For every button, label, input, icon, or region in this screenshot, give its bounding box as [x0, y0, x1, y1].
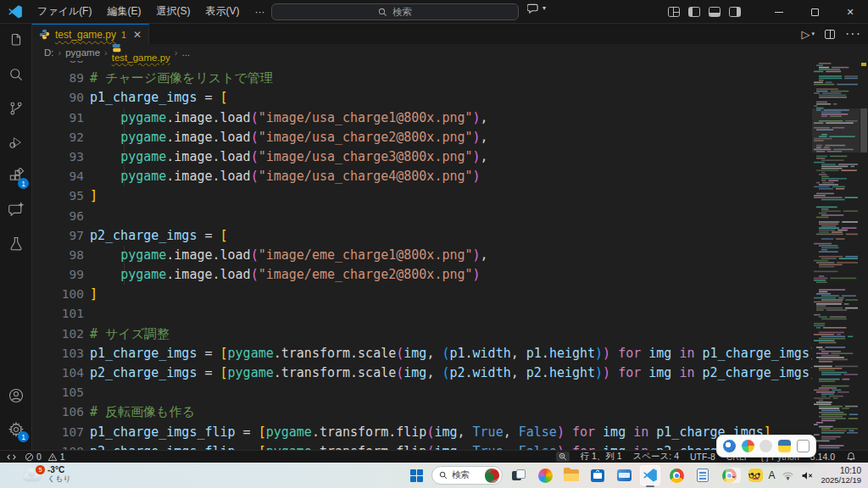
menu-item-2[interactable]: 選択(S): [148, 0, 198, 23]
flyout-icon-python[interactable]: [778, 440, 791, 452]
minimap-slider[interactable]: [812, 108, 860, 152]
taskbar-app-mail[interactable]: [614, 465, 634, 485]
taskbar-app-microsoft-store[interactable]: [587, 465, 608, 485]
tray-glasses-icon[interactable]: [748, 471, 760, 480]
code-line-105[interactable]: 105: [32, 383, 812, 402]
maximize-button[interactable]: [797, 0, 832, 24]
token: (: [251, 267, 259, 282]
taskbar-app-task-view[interactable]: [509, 465, 529, 485]
flyout-icon-pen-device[interactable]: [797, 440, 810, 452]
close-button[interactable]: ✕: [832, 0, 868, 24]
indentation[interactable]: スペース: 4: [633, 451, 679, 463]
volume-muted-icon[interactable]: [801, 471, 813, 480]
code-line-104[interactable]: 104p2_charge_imgs = [pygame.transform.sc…: [32, 363, 812, 383]
code-line-88[interactable]: 88: [32, 61, 812, 69]
search-view-icon[interactable]: [0, 58, 32, 92]
code-line-99[interactable]: 99 pygame.image.load("image/eme_charge2@…: [32, 265, 812, 285]
code-line-95[interactable]: 95]: [32, 186, 812, 206]
zoom-indicator[interactable]: [556, 452, 570, 462]
token: ): [473, 267, 481, 282]
run-dropdown-icon[interactable]: ▾: [812, 30, 815, 37]
line-number: 105: [32, 383, 90, 402]
more-actions-icon[interactable]: ···: [845, 26, 861, 42]
ime-mode-indicator[interactable]: A: [768, 469, 775, 481]
code-line-100[interactable]: 100]: [32, 285, 812, 304]
breadcrumb-item-0[interactable]: D:: [44, 47, 54, 58]
taskbar-app-vscode[interactable]: [640, 465, 660, 485]
tab-test-game[interactable]: test_game.py 1 ✕: [32, 24, 149, 44]
explorer-icon[interactable]: [0, 24, 32, 58]
breadcrumb-item-3[interactable]: ...: [181, 47, 190, 58]
menu-item-4[interactable]: ···: [247, 0, 272, 23]
vertical-scrollbar[interactable]: [860, 61, 868, 450]
menu-item-1[interactable]: 編集(E): [99, 0, 148, 23]
run-python-button[interactable]: ▷▾: [802, 28, 815, 41]
code-line-102[interactable]: 102# サイズ調整: [32, 324, 812, 344]
code-line-103[interactable]: 103p1_charge_imgs = [pygame.transform.sc…: [32, 344, 812, 363]
toggle-panel-icon[interactable]: [709, 7, 721, 17]
tray-overflow-chevron-icon[interactable]: ⌄: [726, 468, 741, 483]
encoding[interactable]: UTF-8: [690, 452, 715, 462]
toggle-sidebar-icon[interactable]: [688, 7, 700, 17]
cursor-position[interactable]: 行 1、列 1: [581, 451, 622, 463]
taskbar-app-file-explorer[interactable]: [561, 465, 581, 485]
code-line-98[interactable]: 98 pygame.image.load("image/eme_charge1@…: [32, 246, 812, 265]
customize-layout-icon[interactable]: [668, 7, 680, 17]
tab-close-icon[interactable]: ✕: [133, 29, 142, 41]
token: (: [396, 365, 403, 380]
clock[interactable]: 10:10 2025/12/19: [821, 466, 861, 485]
token: .: [542, 365, 549, 380]
code-line-107[interactable]: 107p1_charge_imgs_flip = [pygame.transfo…: [32, 423, 812, 442]
code-line-96[interactable]: 96: [32, 207, 812, 226]
code-line-90[interactable]: 90p1_charge_imgs = [: [32, 88, 812, 108]
code-line-106[interactable]: 106# 反転画像も作る: [32, 402, 812, 422]
flyout-icon-search-app[interactable]: [723, 440, 736, 452]
source-control-icon[interactable]: [0, 92, 32, 125]
menu-item-3[interactable]: 表示(V): [198, 0, 247, 23]
taskbar-app-notepad[interactable]: [693, 465, 713, 485]
code-line-89[interactable]: 89# チャージ画像をリストで管理: [32, 69, 812, 88]
code-line-92[interactable]: 92 pygame.image.load("image/usa_charge2@…: [32, 128, 812, 147]
widgets-button[interactable]: 5 -3°C くもり: [24, 465, 71, 484]
testing-icon[interactable]: [0, 227, 32, 261]
notifications-bell-icon[interactable]: [846, 452, 856, 462]
run-debug-icon[interactable]: [0, 125, 32, 159]
scrollbar-thumb[interactable]: [860, 108, 867, 152]
extensions-icon[interactable]: 1: [0, 159, 32, 193]
token: .image.load: [166, 169, 250, 184]
line-number: 100: [32, 285, 90, 304]
tray-time: 10:10: [840, 466, 861, 475]
menu-item-0[interactable]: ファイル(F): [30, 0, 99, 23]
token: [90, 247, 120, 263]
problems-indicator[interactable]: 0 1: [25, 452, 65, 462]
indent-guide: [124, 108, 125, 128]
copilot-menu[interactable]: ▾: [527, 3, 546, 14]
breadcrumb-item-2[interactable]: test_game.py: [112, 43, 170, 63]
toggle-secondary-sidebar-icon[interactable]: [729, 7, 741, 17]
code-line-97[interactable]: 97p2_charge_imgs = [: [32, 226, 812, 246]
code-editor[interactable]: 8889# チャージ画像をリストで管理90p1_charge_imgs = [9…: [32, 61, 868, 450]
code-line-94[interactable]: 94 pygame.image.load("image/usa_charge4@…: [32, 167, 812, 186]
settings-gear-icon[interactable]: 1: [0, 413, 32, 446]
breadcrumb-item-1[interactable]: pygame: [65, 47, 100, 58]
flyout-icon-photos[interactable]: [742, 440, 754, 452]
taskbar-app-chrome[interactable]: [666, 465, 687, 485]
code-line-101[interactable]: 101: [32, 304, 812, 324]
remote-indicator[interactable]: [7, 452, 16, 462]
search-command-center[interactable]: 検索: [271, 3, 519, 20]
line-number: 107: [32, 423, 90, 442]
split-editor-icon[interactable]: [825, 30, 835, 39]
accounts-icon[interactable]: [0, 379, 32, 413]
code-line-108[interactable]: 108p2_charge_imgs_flip = [pygame.transfo…: [32, 442, 812, 450]
wifi-icon[interactable]: [782, 471, 793, 480]
code-line-93[interactable]: 93 pygame.image.load("image/usa_charge3@…: [32, 147, 812, 167]
minimize-button[interactable]: [761, 0, 797, 24]
flyout-icon-inactive-app[interactable]: [760, 440, 772, 452]
taskbar-app-copilot[interactable]: [535, 465, 555, 485]
weather-cloud-icon: 5: [24, 467, 42, 482]
taskbar-search[interactable]: 検索: [431, 466, 503, 485]
start-button[interactable]: [407, 466, 426, 485]
token: img: [403, 365, 426, 380]
code-line-91[interactable]: 91 pygame.image.load("image/usa_charge1@…: [32, 108, 812, 128]
chat-view-icon[interactable]: [0, 193, 32, 227]
